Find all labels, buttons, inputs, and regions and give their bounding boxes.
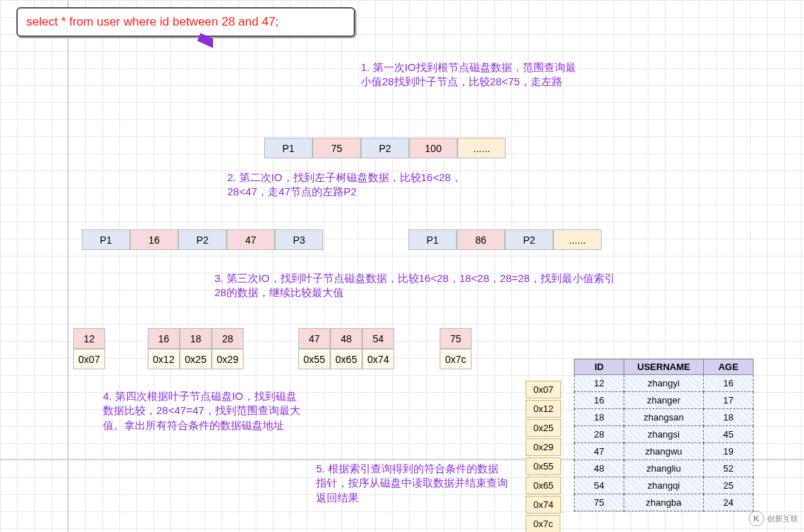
- ptr: 0x74: [526, 496, 561, 514]
- step-2: 2. 第二次IO，找到左子树磁盘数据，比较16<28，28<47，走47节点的左…: [227, 170, 483, 200]
- ptr: 0x29: [526, 438, 561, 456]
- leaf-3: 474854 0x550x650x74: [298, 328, 394, 369]
- watermark: K创新互联: [749, 511, 798, 526]
- level2-right: P186P2......: [408, 229, 602, 250]
- leaf-1: 12 0x07: [73, 328, 105, 369]
- vline: [67, 0, 68, 532]
- ptr: 0x65: [526, 477, 561, 494]
- ptr: 0x25: [526, 419, 561, 437]
- ptr: 0x12: [526, 400, 561, 418]
- step-4: 4. 第四次根据叶子节点磁盘IO，找到磁盘数据比较，28<47=47，找到范围查…: [103, 389, 305, 433]
- ptr: 0x55: [526, 457, 561, 475]
- ptr: 0x07: [526, 381, 561, 398]
- root-node: P175P2100......: [264, 138, 506, 158]
- step-5: 5. 根据索引查询得到的符合条件的数据指针，按序从磁盘中读取数据并结束查询返回结…: [316, 462, 508, 505]
- step-3: 3. 第三次IO，找到叶子节点磁盘数据，比较16<28，18<28，28=28，…: [214, 271, 626, 300]
- step-1: 1. 第一次IO找到根节点磁盘数据，范围查询最小值28找到叶子节点，比较28<7…: [361, 60, 577, 89]
- ptr: 0x7c: [526, 515, 560, 532]
- data-table: IDUSERNAMEAGE 12zhangyi1616zhanger1718zh…: [574, 359, 754, 511]
- sql-statement: select * from user where id between 28 a…: [16, 7, 355, 37]
- level2-left: P116P247P3: [82, 229, 323, 250]
- leaf-4: 75 0x7c: [440, 328, 472, 369]
- leaf-2: 161828 0x120x250x29: [148, 328, 244, 369]
